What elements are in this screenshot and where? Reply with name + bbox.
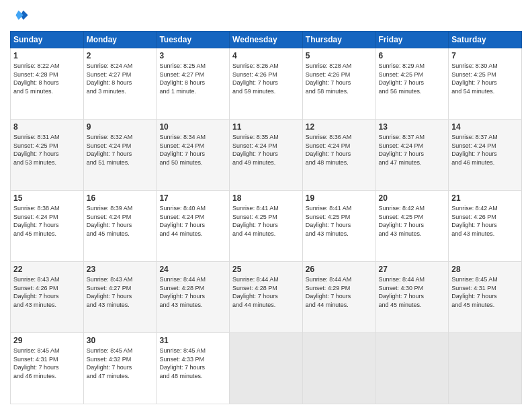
day-info: Sunrise: 8:42 AMSunset: 4:25 PMDaylight:… [379,204,446,238]
calendar-cell: 6Sunrise: 8:29 AMSunset: 4:25 PMDaylight… [375,48,449,120]
calendar-cell: 18Sunrise: 8:41 AMSunset: 4:25 PMDayligh… [230,191,303,262]
day-number: 6 [379,51,446,60]
calendar-cell: 5Sunrise: 8:28 AMSunset: 4:26 PMDaylight… [302,48,375,120]
dow-header: Sunday [11,32,84,48]
calendar-cell: 13Sunrise: 8:37 AMSunset: 4:24 PMDayligh… [375,120,449,191]
calendar-cell [375,333,449,404]
day-number: 14 [451,122,519,132]
day-number: 9 [87,122,154,132]
day-number: 20 [379,193,446,203]
day-info: Sunrise: 8:45 AMSunset: 4:33 PMDaylight:… [159,347,226,380]
day-info: Sunrise: 8:30 AMSunset: 4:25 PMDaylight:… [451,62,519,95]
day-number: 27 [379,265,446,274]
day-info: Sunrise: 8:44 AMSunset: 4:30 PMDaylight:… [379,275,446,309]
day-number: 3 [159,51,226,60]
day-number: 30 [87,336,154,345]
day-number: 17 [159,193,226,203]
calendar-cell: 17Sunrise: 8:40 AMSunset: 4:24 PMDayligh… [157,191,230,262]
day-number: 12 [306,122,373,132]
calendar-cell: 4Sunrise: 8:26 AMSunset: 4:26 PMDaylight… [230,48,303,120]
header [10,7,522,26]
day-number: 31 [159,336,226,345]
day-info: Sunrise: 8:43 AMSunset: 4:27 PMDaylight:… [87,275,154,309]
calendar-cell: 30Sunrise: 8:45 AMSunset: 4:32 PMDayligh… [83,333,157,404]
day-number: 15 [13,193,81,203]
page: SundayMondayTuesdayWednesdayThursdayFrid… [0,0,532,411]
calendar-cell: 16Sunrise: 8:39 AMSunset: 4:24 PMDayligh… [83,191,157,262]
dow-header: Tuesday [157,32,230,48]
calendar-cell: 14Sunrise: 8:37 AMSunset: 4:24 PMDayligh… [449,120,522,191]
dow-header: Thursday [302,32,375,48]
day-number: 26 [306,265,373,274]
day-info: Sunrise: 8:36 AMSunset: 4:24 PMDaylight:… [306,133,373,167]
day-info: Sunrise: 8:32 AMSunset: 4:24 PMDaylight:… [87,133,154,167]
day-info: Sunrise: 8:35 AMSunset: 4:24 PMDaylight:… [232,133,300,167]
calendar-cell: 28Sunrise: 8:45 AMSunset: 4:31 PMDayligh… [449,262,522,333]
calendar-cell: 2Sunrise: 8:24 AMSunset: 4:27 PMDaylight… [83,48,157,120]
calendar-week: 1Sunrise: 8:22 AMSunset: 4:28 PMDaylight… [11,48,522,120]
calendar-cell: 10Sunrise: 8:34 AMSunset: 4:24 PMDayligh… [157,120,230,191]
calendar-week: 22Sunrise: 8:43 AMSunset: 4:26 PMDayligh… [11,262,522,333]
calendar-cell: 27Sunrise: 8:44 AMSunset: 4:30 PMDayligh… [375,262,449,333]
calendar-cell: 3Sunrise: 8:25 AMSunset: 4:27 PMDaylight… [157,48,230,120]
day-info: Sunrise: 8:45 AMSunset: 4:31 PMDaylight:… [13,347,81,380]
logo-icon [10,7,29,26]
day-info: Sunrise: 8:43 AMSunset: 4:26 PMDaylight:… [13,275,81,309]
day-info: Sunrise: 8:29 AMSunset: 4:25 PMDaylight:… [379,62,446,95]
calendar-body: 1Sunrise: 8:22 AMSunset: 4:28 PMDaylight… [11,48,522,404]
svg-marker-1 [15,11,23,20]
day-info: Sunrise: 8:31 AMSunset: 4:25 PMDaylight:… [13,133,81,167]
calendar-cell [230,333,303,404]
calendar-cell [449,333,522,404]
calendar-cell: 22Sunrise: 8:43 AMSunset: 4:26 PMDayligh… [11,262,84,333]
calendar-cell: 29Sunrise: 8:45 AMSunset: 4:31 PMDayligh… [11,333,84,404]
day-info: Sunrise: 8:41 AMSunset: 4:25 PMDaylight:… [232,204,300,238]
day-info: Sunrise: 8:40 AMSunset: 4:24 PMDaylight:… [159,204,226,238]
day-number: 5 [306,51,373,60]
calendar-cell: 20Sunrise: 8:42 AMSunset: 4:25 PMDayligh… [375,191,449,262]
day-number: 29 [13,336,81,345]
day-info: Sunrise: 8:22 AMSunset: 4:28 PMDaylight:… [13,62,81,95]
day-number: 10 [159,122,226,132]
day-info: Sunrise: 8:41 AMSunset: 4:25 PMDaylight:… [306,204,373,238]
calendar-cell: 31Sunrise: 8:45 AMSunset: 4:33 PMDayligh… [157,333,230,404]
day-info: Sunrise: 8:39 AMSunset: 4:24 PMDaylight:… [87,204,154,238]
calendar-week: 8Sunrise: 8:31 AMSunset: 4:25 PMDaylight… [11,120,522,191]
day-number: 13 [379,122,446,132]
day-number: 4 [232,51,300,60]
day-number: 18 [232,193,300,203]
calendar-cell: 15Sunrise: 8:38 AMSunset: 4:24 PMDayligh… [11,191,84,262]
day-info: Sunrise: 8:42 AMSunset: 4:26 PMDaylight:… [451,204,519,238]
day-info: Sunrise: 8:44 AMSunset: 4:28 PMDaylight:… [159,275,226,309]
day-number: 22 [13,265,81,274]
day-number: 7 [451,51,519,60]
day-info: Sunrise: 8:37 AMSunset: 4:24 PMDaylight:… [451,133,519,167]
day-info: Sunrise: 8:25 AMSunset: 4:27 PMDaylight:… [159,62,226,95]
calendar-week: 29Sunrise: 8:45 AMSunset: 4:31 PMDayligh… [11,333,522,404]
calendar-cell: 11Sunrise: 8:35 AMSunset: 4:24 PMDayligh… [230,120,303,191]
day-number: 28 [451,265,519,274]
day-info: Sunrise: 8:45 AMSunset: 4:32 PMDaylight:… [87,347,154,380]
day-info: Sunrise: 8:44 AMSunset: 4:28 PMDaylight:… [232,275,300,309]
dow-header: Wednesday [230,32,303,48]
day-number: 1 [13,51,81,60]
calendar-cell: 9Sunrise: 8:32 AMSunset: 4:24 PMDaylight… [83,120,157,191]
day-info: Sunrise: 8:28 AMSunset: 4:26 PMDaylight:… [306,62,373,95]
day-info: Sunrise: 8:45 AMSunset: 4:31 PMDaylight:… [451,275,519,309]
calendar-cell: 21Sunrise: 8:42 AMSunset: 4:26 PMDayligh… [449,191,522,262]
calendar-cell: 26Sunrise: 8:44 AMSunset: 4:29 PMDayligh… [302,262,375,333]
dow-header: Friday [375,32,449,48]
days-of-week-row: SundayMondayTuesdayWednesdayThursdayFrid… [11,32,522,48]
logo [10,7,32,26]
day-number: 23 [87,265,154,274]
day-number: 21 [451,193,519,203]
calendar-cell: 24Sunrise: 8:44 AMSunset: 4:28 PMDayligh… [157,262,230,333]
day-number: 19 [306,193,373,203]
calendar-cell [302,333,375,404]
calendar-cell: 19Sunrise: 8:41 AMSunset: 4:25 PMDayligh… [302,191,375,262]
day-number: 25 [232,265,300,274]
day-number: 2 [87,51,154,60]
day-info: Sunrise: 8:38 AMSunset: 4:24 PMDaylight:… [13,204,81,238]
calendar-cell: 12Sunrise: 8:36 AMSunset: 4:24 PMDayligh… [302,120,375,191]
day-number: 11 [232,122,300,132]
